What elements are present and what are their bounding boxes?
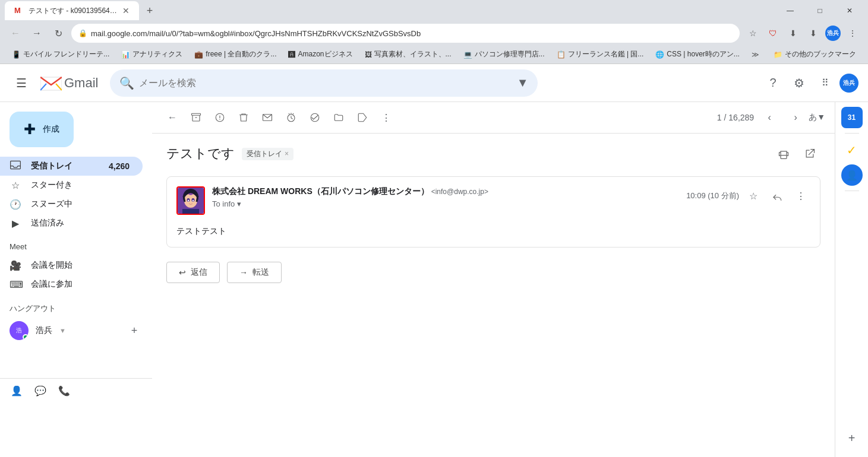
people-icon[interactable]: 👤: [10, 383, 24, 398]
bookmark-icon: 📊: [121, 50, 130, 59]
new-tab-button[interactable]: +: [141, 2, 158, 19]
gmail-logo-icon: [40, 75, 62, 91]
snooze-button[interactable]: [280, 107, 302, 128]
search-bar[interactable]: 🔍 ▼: [110, 69, 538, 97]
print-button[interactable]: [773, 143, 794, 164]
prev-email-button[interactable]: ‹: [759, 107, 780, 128]
bookmark-item[interactable]: 💻 パソコン修理専門店...: [459, 47, 550, 62]
extension-icon-2[interactable]: ⬇: [785, 25, 801, 42]
hangout-user-item[interactable]: 浩 浩兵 ▼ +: [0, 319, 152, 342]
to-chevron-icon: ▾: [237, 199, 241, 208]
chat-icon[interactable]: 💬: [33, 383, 48, 398]
move-to-button[interactable]: [328, 107, 349, 128]
sidebar-item-starred[interactable]: ☆ スター付き: [0, 176, 143, 195]
close-button[interactable]: ✕: [836, 1, 863, 20]
search-options-icon[interactable]: ▼: [517, 76, 529, 90]
bookmark-item[interactable]: 📊 アナリティクス: [116, 47, 187, 62]
forward-button[interactable]: →: [29, 25, 45, 42]
bookmark-item[interactable]: 📱 モバイル フレンドリーテ...: [7, 47, 114, 62]
bookmark-item[interactable]: 🅰 Amazonビジネス: [283, 47, 357, 62]
calendar-date-text: 31: [848, 113, 856, 122]
reply-button[interactable]: [768, 186, 787, 205]
active-tab[interactable]: M テストです - k09013956488@gma... ✕: [5, 1, 139, 20]
add-widget-button[interactable]: +: [840, 426, 864, 450]
right-sidebar-divider: [845, 133, 859, 134]
browser-profile-avatar[interactable]: 浩兵: [825, 26, 841, 41]
next-email-button[interactable]: ›: [785, 107, 806, 128]
hamburger-menu-button[interactable]: ☰: [10, 71, 33, 95]
inbox-label-tag[interactable]: 受信トレイ ×: [242, 148, 293, 160]
pagination: 1 / 16,289 ‹ ›: [717, 107, 806, 128]
archive-button[interactable]: [185, 107, 207, 128]
bookmark-label: Amazonビジネス: [298, 49, 352, 59]
add-hangout-button[interactable]: +: [126, 322, 143, 339]
sidebar-item-join-meeting[interactable]: ⌨ 会議に参加: [0, 275, 143, 294]
compose-button[interactable]: ✚ 作成: [10, 112, 74, 147]
bookmark-label: パソコン修理専門店...: [475, 49, 545, 59]
language-selector[interactable]: あ▼: [809, 112, 825, 123]
reload-button[interactable]: ↻: [50, 25, 67, 42]
starred-label: スター付き: [31, 180, 133, 191]
inbox-icon: [10, 159, 21, 173]
sender-name: 株式会社 DREAM WORKS（石川パソコン修理センター）: [212, 186, 429, 196]
url-bar[interactable]: 🔒 mail.google.com/mail/u/0/?tab=wm&ogbl#…: [71, 24, 740, 43]
forward-button[interactable]: → 転送: [227, 262, 282, 283]
bookmark-item[interactable]: 🖼 写真素材、イラスト、...: [360, 47, 456, 62]
more-actions-button[interactable]: ⋮: [375, 107, 397, 128]
extension-icon-1[interactable]: 🛡: [765, 25, 781, 42]
svg-rect-11: [781, 155, 787, 159]
search-icon: 🔍: [119, 76, 134, 90]
label-button[interactable]: [352, 107, 373, 128]
back-button[interactable]: ←: [7, 25, 24, 42]
bookmark-item[interactable]: 💼 freee | 全自動のクラ...: [190, 47, 281, 62]
thread-actions: [773, 143, 820, 164]
delete-button[interactable]: [233, 107, 254, 128]
mark-unread-button[interactable]: [257, 107, 278, 128]
bookmark-label: freee | 全自動のクラ...: [206, 49, 276, 59]
bookmark-other-folder[interactable]: 📁 その他のブックマーク: [769, 47, 861, 62]
svg-rect-19: [182, 209, 199, 214]
email-thread: テストです 受信トレイ ×: [152, 134, 835, 293]
more-message-options-button[interactable]: ⋮: [791, 186, 810, 205]
sidebar-item-inbox[interactable]: 受信トレイ 4,260: [0, 157, 143, 176]
hangouts-section-header: ハングアウト: [0, 299, 152, 319]
minimize-button[interactable]: —: [777, 1, 804, 20]
bookmark-star-icon[interactable]: ☆: [744, 25, 761, 42]
back-to-list-button[interactable]: ←: [162, 107, 183, 128]
browser-menu-icon[interactable]: ⋮: [844, 25, 861, 42]
meet-section-header: Meet: [0, 237, 152, 256]
to-info[interactable]: To info ▾: [212, 199, 679, 208]
bookmark-icon: 💼: [194, 50, 203, 59]
help-button[interactable]: ?: [761, 71, 785, 95]
spam-button[interactable]: [209, 107, 231, 128]
phone-icon[interactable]: 📞: [57, 383, 71, 398]
hangout-username: 浩兵: [36, 325, 52, 336]
add-task-button[interactable]: [304, 107, 326, 128]
search-input[interactable]: [139, 78, 512, 88]
sidebar-item-snoozed[interactable]: 🕐 スヌーズ中: [0, 195, 143, 214]
sender-avatar: [178, 188, 204, 214]
email-message: 株式会社 DREAM WORKS（石川パソコン修理センター） <info@dwp…: [166, 176, 820, 247]
sidebar: ✚ 作成 受信トレイ 4,260 ☆ スター付き 🕐 スヌー: [0, 102, 152, 457]
apps-button[interactable]: ⠿: [813, 71, 837, 95]
tab-close-button[interactable]: ✕: [122, 6, 130, 15]
extension-icon-3[interactable]: ⬇: [805, 25, 822, 42]
settings-button[interactable]: ⚙: [787, 71, 811, 95]
svg-point-14: [184, 193, 197, 208]
reply-button[interactable]: ↩ 返信: [166, 262, 220, 283]
tasks-icon-button[interactable]: ✓: [840, 138, 864, 162]
bookmark-item[interactable]: 📋 フリーランス名鑑 | 国...: [552, 47, 649, 62]
bookmark-item[interactable]: 🌐 CSS | hover時のアン...: [651, 47, 744, 62]
hangout-avatar: 浩: [10, 321, 29, 340]
user-avatar[interactable]: 浩兵: [839, 74, 858, 93]
calendar-icon-button[interactable]: 31: [841, 107, 863, 128]
maximize-button[interactable]: □: [806, 1, 834, 20]
compose-label: 作成: [43, 124, 59, 135]
open-in-new-window-button[interactable]: [799, 143, 820, 164]
bookmarks-more-button[interactable]: ≫: [747, 48, 764, 61]
label-close-icon[interactable]: ×: [285, 150, 289, 158]
sidebar-item-sent[interactable]: ▶ 送信済み: [0, 214, 143, 233]
star-message-button[interactable]: ☆: [744, 186, 763, 205]
contacts-icon-button[interactable]: 👤: [841, 164, 863, 186]
sidebar-item-start-meeting[interactable]: 🎥 会議を開始: [0, 256, 143, 275]
